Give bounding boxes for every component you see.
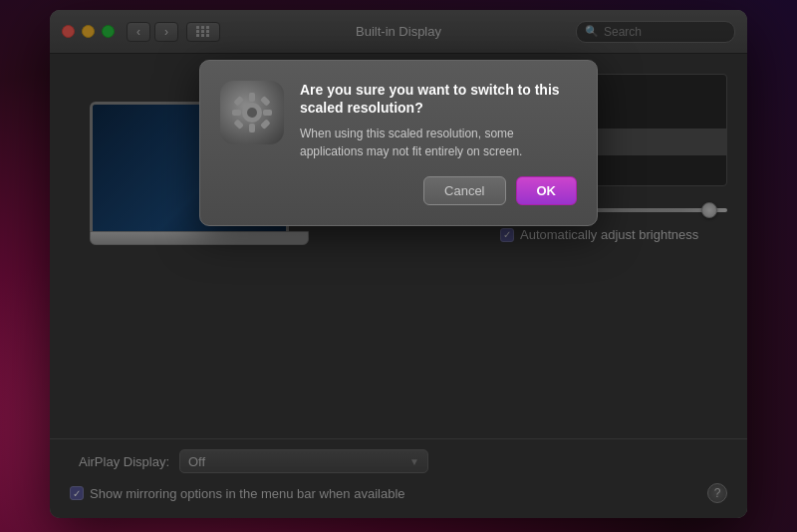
modal-buttons: Cancel OK xyxy=(220,176,577,205)
modal-body: When using this scaled resolution, some … xyxy=(300,125,577,160)
ok-button[interactable]: OK xyxy=(516,176,578,205)
svg-rect-6 xyxy=(233,96,244,107)
modal-overlay: Are you sure you want to switch to this … xyxy=(50,10,747,518)
svg-rect-4 xyxy=(232,110,241,116)
system-preferences-window: ‹ › Built-in Display 🔍 Search xyxy=(50,10,747,518)
gear-icon xyxy=(227,88,277,137)
svg-rect-3 xyxy=(249,124,255,133)
system-preferences-icon xyxy=(220,81,284,144)
confirmation-modal: Are you sure you want to switch to this … xyxy=(199,60,598,226)
modal-content: Are you sure you want to switch to this … xyxy=(220,81,577,160)
modal-title: Are you sure you want to switch to this … xyxy=(300,81,577,117)
svg-rect-7 xyxy=(260,96,271,107)
svg-rect-2 xyxy=(249,93,255,102)
svg-point-1 xyxy=(247,108,257,118)
svg-rect-5 xyxy=(263,110,272,116)
cancel-button[interactable]: Cancel xyxy=(423,176,505,205)
svg-rect-8 xyxy=(233,119,244,130)
modal-text-area: Are you sure you want to switch to this … xyxy=(300,81,577,160)
svg-rect-9 xyxy=(260,119,271,130)
